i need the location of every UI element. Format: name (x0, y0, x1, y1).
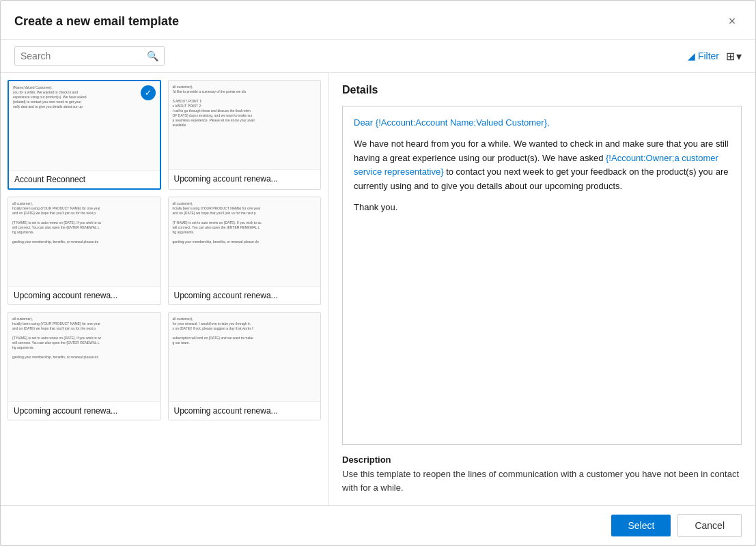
description-label: Description (342, 455, 742, 465)
create-template-dialog: Create a new email template × 🔍 ◢ Filter… (0, 0, 756, 546)
grid-icon: ⊞ (726, 50, 735, 63)
search-box: 🔍 (14, 46, 165, 66)
filter-button[interactable]: ◢ Filter (688, 51, 719, 61)
view-toggle-button[interactable]: ⊞ ▾ (726, 50, 742, 63)
template-name-label: Upcoming account renewa... (169, 169, 321, 188)
email-paragraph1: We have not heard from you for a while. … (354, 137, 730, 194)
toolbar-right: ◢ Filter ⊞ ▾ (688, 50, 742, 63)
close-button[interactable]: × (723, 12, 742, 31)
template-card[interactable]: all customer),hcially been using {YOUR P… (168, 197, 322, 305)
email-owner-placeholder: {!Account:Owner;a customer service repre… (354, 153, 718, 177)
details-title: Details (342, 84, 742, 96)
template-preview: all customer),hcially been using {YOUR P… (169, 197, 321, 286)
template-card[interactable]: all customer),hcially been using {YOUR P… (8, 312, 161, 420)
template-card[interactable]: {Name;Valued Customer},you for a while. … (8, 80, 161, 190)
chevron-down-icon: ▾ (736, 50, 742, 63)
dialog-footer: Select Cancel (1, 505, 755, 545)
email-greeting: Dear {!Account:Account Name;Valued Custo… (354, 116, 730, 130)
description-text: Use this template to reopen the lines of… (342, 468, 742, 494)
email-preview-box: Dear {!Account:Account Name;Valued Custo… (342, 106, 742, 445)
template-card[interactable]: all customer),I'd like to provide a summ… (168, 80, 322, 190)
template-preview: all customer),hcially been using {YOUR P… (8, 197, 160, 286)
dialog-header: Create a new email template × (1, 1, 755, 40)
filter-label: Filter (698, 51, 719, 61)
search-input[interactable] (20, 51, 147, 61)
template-name-label: Upcoming account renewa... (8, 401, 160, 420)
email-paragraph2: Thank you. (354, 201, 730, 215)
dialog-title: Create a new email template (14, 14, 179, 29)
select-button[interactable]: Select (611, 515, 671, 536)
template-card[interactable]: all customer),hcially been using {YOUR P… (8, 197, 161, 305)
template-list: {Name;Valued Customer},you for a while. … (1, 73, 328, 505)
toolbar: 🔍 ◢ Filter ⊞ ▾ (1, 40, 755, 73)
cancel-button[interactable]: Cancel (677, 514, 742, 537)
template-card[interactable]: all customer),for your renewal, I would … (168, 312, 322, 420)
template-name-label: Account Reconnect (9, 170, 160, 188)
template-preview-content: all customer),hcially been using {YOUR P… (12, 317, 156, 360)
details-panel: Details Dear {!Account:Account Name;Valu… (328, 73, 755, 505)
template-preview: all customer),hcially been using {YOUR P… (8, 313, 160, 401)
template-preview-content: {Name;Valued Customer},you for a while. … (13, 85, 156, 109)
dialog-body: {Name;Valued Customer},you for a while. … (1, 73, 755, 505)
template-preview-content: all customer),for your renewal, I would … (173, 317, 317, 345)
template-name-label: Upcoming account renewa... (169, 401, 321, 420)
template-preview: all customer),for your renewal, I would … (169, 313, 321, 401)
template-preview: all customer),I'd like to provide a summ… (169, 81, 321, 169)
selected-badge: ✓ (141, 85, 156, 100)
template-preview-content: all customer),I'd like to provide a summ… (173, 85, 317, 128)
filter-icon: ◢ (688, 51, 695, 61)
description-section: Description Use this template to reopen … (342, 455, 742, 494)
template-preview-content: all customer),hcially been using {YOUR P… (12, 201, 156, 244)
email-greeting-text: Dear {!Account:Account Name;Valued Custo… (354, 117, 550, 128)
template-preview: {Name;Valued Customer},you for a while. … (9, 81, 160, 170)
search-icon: 🔍 (147, 51, 158, 61)
template-name-label: Upcoming account renewa... (8, 286, 160, 304)
template-preview-content: all customer),hcially been using {YOUR P… (173, 201, 317, 244)
template-name-label: Upcoming account renewa... (169, 286, 321, 304)
